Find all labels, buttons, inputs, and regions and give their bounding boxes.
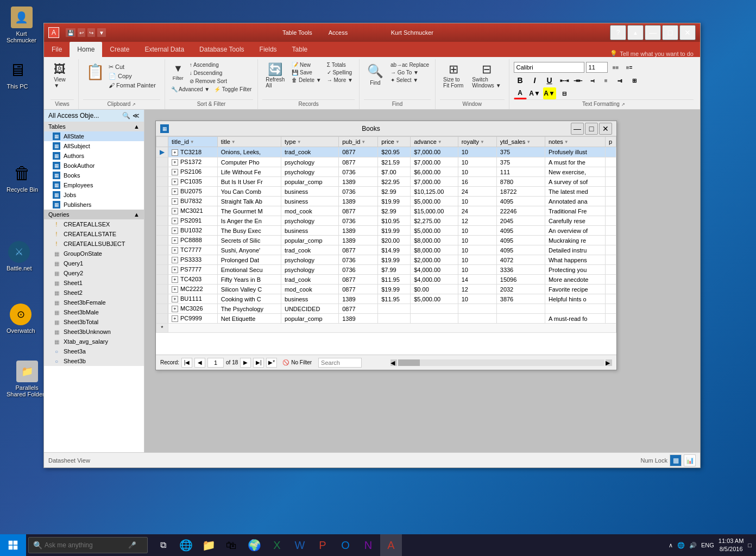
align-left-btn[interactable]: ⫤ [586,74,599,86]
spelling-btn[interactable]: ✓ Spelling [325,69,355,76]
tab-create[interactable]: Create [102,42,137,57]
desktop-icon-battle-net[interactable]: ⚔ Battle.net [4,239,34,274]
expand-btn[interactable]: + [172,188,178,195]
row-selector[interactable] [156,314,168,324]
expand-btn[interactable]: + [172,247,178,254]
search-input[interactable] [318,358,362,368]
nav-item-allstate[interactable]: ▦ AllState [44,131,144,141]
desktop-icon-this-pc[interactable]: 🖥 This PC [4,57,30,92]
expand-btn[interactable]: + [172,169,178,175]
save-quick-btn[interactable]: 💾 [66,28,75,37]
expand-btn[interactable]: + [172,237,178,244]
close-btn[interactable]: ✕ [679,25,696,40]
expand-btn[interactable]: + [172,286,178,293]
expand-btn[interactable]: + [172,198,178,205]
pivot-table-btn[interactable]: 📊 [684,454,696,466]
descending-btn[interactable]: ↓ Descending [188,70,229,77]
nav-query-sheet2[interactable]: ▦ Sheet2 [44,288,144,298]
tab-database-tools[interactable]: Database Tools [192,42,252,57]
bg-color-btn[interactable]: A▼ [528,87,541,99]
font-combo[interactable]: Calibri [514,62,584,73]
row-selector[interactable] [156,167,168,177]
desktop-icon-kurt[interactable]: 👤 Kurt Schmucker [4,4,39,46]
help-btn[interactable]: ? [610,25,626,40]
row-selector[interactable] [156,236,168,245]
taskbar-edge[interactable]: 🌐 [175,534,197,556]
nav-query-sheet3bmale[interactable]: ▦ Sheet3bMale [44,307,144,317]
nav-query-createallsex[interactable]: ! CREATEALLSEX [44,219,144,229]
tab-table[interactable]: Table [285,42,316,57]
toggle-filter-btn[interactable]: ⚡ Toggle Filter [212,86,253,93]
books-minimize-btn[interactable]: — [571,123,584,135]
font-size-combo[interactable]: 11 [586,62,608,73]
expand-btn[interactable]: + [172,267,178,273]
first-record-btn[interactable]: |◀ [181,358,192,368]
desktop-icon-recycle-bin[interactable]: 🗑 Recycle Bin [4,160,40,195]
books-close-btn[interactable]: ✕ [599,123,612,135]
nav-query-grouponstate[interactable]: ▦ GroupOnState [44,249,144,258]
nav-query-sheet3bunknown[interactable]: ▦ Sheet3bUnknown [44,327,144,337]
tray-expand-icon[interactable]: ∧ [669,542,673,549]
bold-btn[interactable]: B [514,74,527,86]
expand-btn[interactable]: + [172,257,178,263]
task-view-btn[interactable]: ⧉ [152,534,174,556]
ascending-btn[interactable]: ↑ Ascending [188,61,229,68]
datasheet-view-btn[interactable]: ▦ [670,454,682,466]
more-btn[interactable]: → More ▼ [325,77,355,84]
row-selector[interactable] [156,294,168,304]
expand-btn[interactable]: + [172,315,178,322]
expand-btn[interactable]: + [172,228,178,234]
totals-btn[interactable]: Σ Totals [325,61,355,68]
replace-btn[interactable]: ab→ac Replace [389,61,431,68]
desktop-icon-overwatch[interactable]: ⊙ Overwatch [4,301,37,336]
italic-btn[interactable]: I [528,74,541,86]
undo-btn[interactable]: ↩ [78,28,85,37]
nav-query-createallsubject[interactable]: ! CREATEALLSUBJECT [44,239,144,249]
horiz-scroll-right[interactable]: ▶ [606,359,612,366]
select-btn[interactable]: ✦ Select ▼ [389,77,431,84]
row-selector[interactable] [156,304,168,314]
expand-btn[interactable]: + [172,218,178,224]
taskbar-onenote[interactable]: N [357,534,379,556]
minimize-btn[interactable]: — [645,25,661,40]
nav-query-sheet3b[interactable]: ○ Sheet3b [44,356,144,366]
row-selector[interactable] [156,177,168,187]
nav-query-sheet3a[interactable]: ○ Sheet3a [44,346,144,356]
align-right-btn[interactable]: ⫥ [613,74,626,86]
expand-btn[interactable]: + [172,296,178,302]
nav-collapse-icon[interactable]: ≪ [133,112,140,119]
underline-btn[interactable]: U [543,74,556,86]
nav-item-jobs[interactable]: ▦ Jobs [44,190,144,200]
nav-item-books[interactable]: ▦ Books [44,170,144,180]
goto-btn[interactable]: → Go To ▼ [389,69,431,76]
nav-query-xtab[interactable]: ▦ Xtab_avg_salary [44,337,144,346]
new-record-btn[interactable]: 📝 New [290,61,323,68]
taskbar-access[interactable]: A [380,534,402,556]
taskbar-powerpoint[interactable]: P [312,534,333,556]
tab-external-data[interactable]: External Data [137,42,192,57]
nav-item-authors[interactable]: ▦ Authors [44,151,144,161]
cut-btn[interactable]: ✂ Cut [107,63,158,71]
col-header-ytd-sales[interactable]: ytd_sales ▼ [496,137,545,147]
nav-query-sheet3bfemale[interactable]: ▦ Sheet3bFemale [44,298,144,307]
switch-windows-btn[interactable]: ⊟ SwitchWindows ▼ [469,61,504,91]
taskbar-word[interactable]: W [289,534,311,556]
remove-sort-btn[interactable]: ⊘ Remove Sort [188,78,229,85]
row-selector[interactable] [156,255,168,265]
gridlines-btn[interactable]: ⊟ [558,87,571,99]
row-selector[interactable] [156,197,168,206]
col-header-pub-id[interactable]: pub_id ▼ [339,137,378,147]
row-selector[interactable] [156,245,168,255]
row-selector[interactable] [156,187,168,197]
expand-btn[interactable]: + [172,179,178,185]
notification-icon[interactable]: □ [748,542,752,548]
refresh-all-btn[interactable]: 🔄 RefreshAll [262,61,288,91]
horiz-scrollbar[interactable] [398,359,604,366]
format-painter-btn[interactable]: 🖌 Format Painter [107,81,158,89]
books-maximize-btn[interactable]: □ [585,123,598,135]
row-selector[interactable] [156,265,168,275]
nav-header[interactable]: All Access Obje... 🔍 ≪ [44,110,144,122]
new-nav-record-btn[interactable]: ▶* [266,358,277,368]
desktop-icon-parallels[interactable]: 📁 Parallels Shared Folders [4,358,49,400]
redo-btn[interactable]: ↪ [87,28,95,37]
